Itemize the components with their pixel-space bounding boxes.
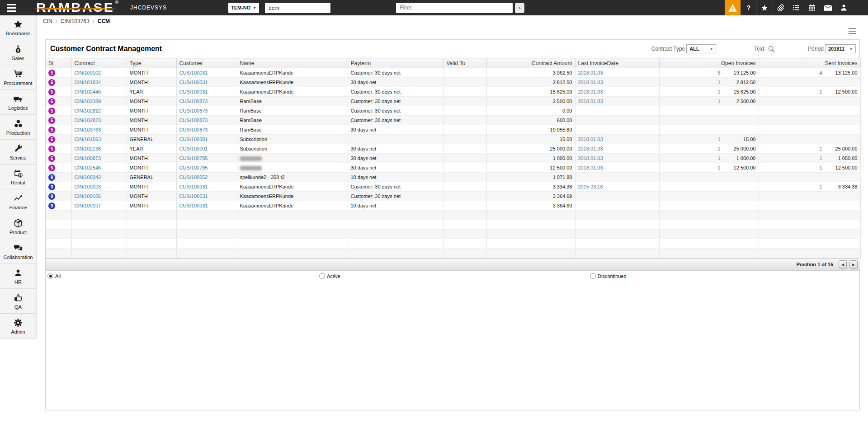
contract-link[interactable]: CIN/103763 (75, 127, 101, 132)
search-icon[interactable] (768, 45, 775, 53)
invoice-date-link[interactable]: 2018.01.03 (578, 70, 603, 75)
customer-link[interactable]: CUS/100031 (179, 203, 208, 208)
customer-link[interactable]: CUS/100785 (179, 155, 208, 161)
col-header-last-invoicedate[interactable]: Last InvoiceDate (575, 58, 659, 68)
col-header-payterm[interactable]: Payterm (348, 58, 443, 68)
customer-link[interactable]: CUS/100031 (179, 80, 208, 85)
table-row[interactable]: 9 CIN/100342 GENERAL CUS/100052 speilkun… (46, 173, 860, 182)
table-row[interactable]: 5 CIN/102446 YEAR CUS/100031 KaasamoensE… (46, 87, 860, 97)
sidebar-item-rental[interactable]: $Rental (0, 165, 36, 189)
messages-icon-button[interactable] (820, 0, 835, 15)
sidebar-item-logistics[interactable]: Logistics (0, 90, 36, 115)
open-invoice-count-link[interactable]: 1 (662, 146, 721, 151)
contract-link[interactable]: CIN/100106 (75, 193, 101, 199)
open-invoice-count-link[interactable]: 1 (662, 165, 721, 170)
contract-link[interactable]: CIN/101834 (75, 80, 101, 85)
table-row[interactable]: 9 CIN/100107 MONTH CUS/100031 Kaasamoens… (46, 201, 860, 211)
alert-icon-button[interactable] (725, 0, 741, 15)
filter-input[interactable] (396, 3, 513, 13)
page-menu-icon[interactable] (849, 28, 856, 34)
open-invoice-count-link[interactable]: 1 (662, 155, 721, 161)
contract-link[interactable]: CIN/102822 (75, 108, 101, 113)
sidebar-item-bookmarks[interactable]: Bookmarks (0, 15, 36, 40)
radio-active[interactable]: Active (319, 273, 340, 279)
sidebar-item-sales[interactable]: $Sales (0, 40, 36, 65)
favorites-icon-button[interactable]: ★ (756, 0, 772, 15)
sent-invoice-count-link[interactable]: 1 (762, 89, 822, 94)
contract-type-dropdown[interactable]: ALL ▼ (686, 44, 716, 53)
col-header-open-invoices[interactable]: Open Invoices (659, 58, 759, 68)
next-page-button[interactable]: ▶ (849, 260, 858, 269)
invoice-date-link[interactable]: 2018.01.03 (578, 146, 603, 151)
table-row[interactable]: 5 CIN/101563 GENERAL CUS/100001 Subscrip… (46, 135, 860, 144)
customer-link[interactable]: CUS/100001 (179, 146, 208, 151)
period-dropdown[interactable]: 201811 ▼ (825, 44, 856, 53)
sidebar-item-qa[interactable]: QA (0, 289, 36, 314)
open-invoice-count-link[interactable]: 1 (662, 89, 721, 94)
sidebar-item-admin[interactable]: Admin (0, 314, 36, 339)
contract-link[interactable]: CIN/102546 (75, 165, 101, 170)
table-row[interactable]: 5 CIN/100102 MONTH CUS/100031 Kaasamoens… (46, 68, 860, 78)
sidebar-item-hr[interactable]: HR (0, 264, 36, 289)
attachments-icon-button[interactable] (772, 0, 788, 15)
contract-link[interactable]: CIN/102823 (75, 118, 101, 123)
calendar-icon-button[interactable] (804, 0, 820, 15)
col-header-customer[interactable]: Customer (176, 58, 237, 68)
customer-link[interactable]: CUS/100873 (179, 108, 208, 113)
col-header-name[interactable]: Name (237, 58, 348, 68)
sent-invoice-count-link[interactable]: 1 (762, 184, 822, 189)
table-row[interactable]: 9 CIN/100103 MONTH CUS/100031 Kaasamoens… (46, 182, 860, 192)
search-scope-select[interactable]: TEM-NO ▼ (228, 3, 259, 13)
table-row[interactable]: 5 CIN/102546 MONTH CUS/100785 30 days ne… (46, 163, 860, 173)
breadcrumb-cin-103763[interactable]: CIN/103763 (61, 18, 90, 24)
contract-link[interactable]: CIN/102446 (75, 89, 101, 94)
customer-link[interactable]: CUS/100873 (179, 99, 208, 104)
sent-invoice-count-link[interactable]: 1 (762, 155, 822, 161)
breadcrumb-cin[interactable]: CIN (43, 18, 52, 24)
open-invoice-count-link[interactable]: 1 (662, 137, 721, 142)
invoice-date-link[interactable]: 2018.01.03 (578, 165, 603, 170)
list-icon-button[interactable] (788, 0, 804, 15)
sent-invoice-count-link[interactable]: 1 (762, 165, 822, 170)
customer-link[interactable]: CUS/100031 (179, 184, 208, 189)
contract-link[interactable]: CIN/102389 (75, 99, 101, 104)
contract-link[interactable]: CIN/100873 (75, 155, 101, 161)
global-search-input[interactable] (265, 3, 330, 13)
radio-all[interactable]: All (47, 273, 61, 279)
table-row[interactable]: 5 CIN/102823 MONTH CUS/100873 RamBase Cu… (46, 116, 860, 125)
contract-link[interactable]: CIN/100102 (75, 70, 101, 75)
contract-link[interactable]: CIN/100103 (75, 184, 101, 189)
sidebar-item-production[interactable]: Production (0, 115, 36, 140)
col-header-st[interactable]: St (46, 58, 71, 68)
invoice-date-link[interactable]: 2015.03.18 (578, 184, 603, 189)
table-row[interactable]: 5 CIN/102822 MONTH CUS/100873 RamBase Cu… (46, 106, 860, 116)
open-invoice-count-link[interactable]: 1 (662, 80, 721, 85)
previous-page-button[interactable]: ◀ (839, 260, 847, 269)
radio-discontinued[interactable]: Discontinued (590, 273, 627, 279)
customer-link[interactable]: CUS/100031 (179, 70, 208, 75)
invoice-date-link[interactable]: 2018.01.03 (578, 89, 603, 94)
table-row[interactable]: 5 CIN/103763 MONTH CUS/100873 RamBase 30… (46, 125, 860, 135)
sidebar-item-collaboration[interactable]: Collaboration (0, 239, 36, 264)
contract-link[interactable]: CIN/100342 (75, 174, 101, 180)
sidebar-item-product[interactable]: Product (0, 214, 36, 239)
customer-link[interactable]: CUS/100031 (179, 89, 208, 94)
table-row[interactable]: 5 CIN/100873 MONTH CUS/100785 30 days ne… (46, 154, 860, 163)
user-icon-button[interactable] (835, 0, 851, 15)
invoice-date-link[interactable]: 2018.01.03 (578, 137, 603, 142)
col-header-type[interactable]: Type (127, 58, 176, 68)
customer-link[interactable]: CUS/100785 (179, 165, 208, 170)
table-row[interactable]: 5 CIN/101834 MONTH CUS/100031 Kaasamoens… (46, 78, 860, 87)
open-invoice-count-link[interactable]: 1 (662, 99, 721, 104)
invoice-date-link[interactable]: 2018.01.03 (578, 99, 603, 104)
open-invoice-count-link[interactable]: 6 (662, 70, 721, 75)
invoice-date-link[interactable]: 2018.01.03 (578, 155, 603, 161)
table-row[interactable]: 5 CIN/102389 MONTH CUS/100873 RamBase Cu… (46, 97, 860, 106)
sidebar-item-procurement[interactable]: Procurement (0, 65, 36, 90)
help-icon-button[interactable]: ? (741, 0, 756, 15)
contract-link[interactable]: CIN/102138 (75, 146, 101, 151)
col-header-contract[interactable]: Contract (71, 58, 127, 68)
contract-link[interactable]: CIN/101563 (75, 137, 101, 142)
sidebar-item-service[interactable]: Service (0, 140, 36, 165)
col-header-sent-invoices[interactable]: Sent Invoices (759, 58, 860, 68)
